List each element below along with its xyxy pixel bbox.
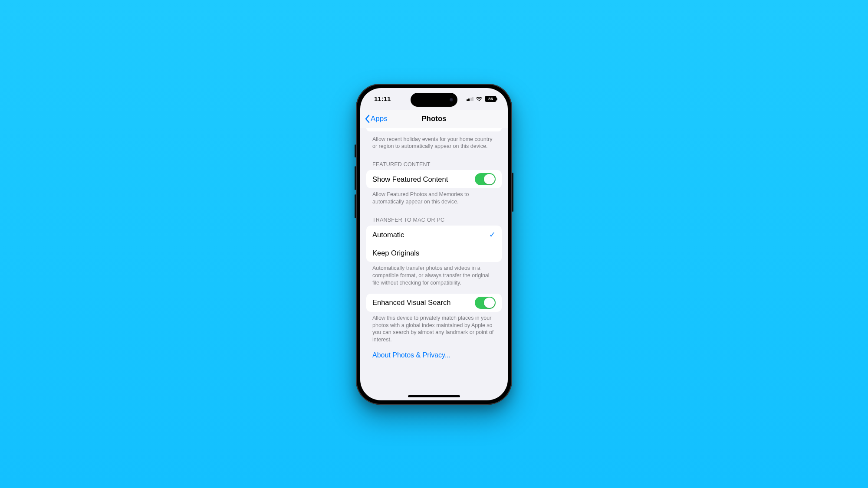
transfer-card: Automatic ✓ Keep Originals (366, 226, 502, 262)
power-button (512, 173, 513, 212)
dynamic-island (411, 93, 457, 107)
wifi-icon (476, 96, 483, 102)
featured-content-header: FEATURED CONTENT (366, 150, 502, 170)
chevron-left-icon (365, 115, 370, 123)
previous-section-card-peek (366, 128, 502, 131)
volume-down-button (355, 194, 356, 218)
page-title: Photos (421, 115, 447, 123)
enhanced-visual-search-card: Enhanced Visual Search (366, 294, 502, 312)
battery-percent: 86 (488, 96, 493, 101)
enhanced-visual-search-toggle[interactable] (475, 297, 496, 309)
show-featured-content-toggle[interactable] (475, 173, 496, 185)
phone-frame: 11:11 86 Apps (356, 84, 512, 405)
toggle-knob (484, 174, 495, 184)
home-indicator[interactable] (408, 395, 460, 397)
transfer-footer: Automatically transfer photos and videos… (366, 262, 502, 287)
silent-switch (355, 144, 356, 157)
enhanced-visual-search-footer: Allow this device to privately match pla… (366, 312, 502, 344)
clock: 11:11 (374, 95, 391, 102)
front-camera-icon (450, 98, 453, 102)
show-featured-content-label: Show Featured Content (372, 175, 475, 183)
screen: 11:11 86 Apps (360, 88, 508, 400)
back-button[interactable]: Apps (365, 110, 388, 128)
transfer-option-label: Keep Originals (372, 249, 496, 257)
nav-bar: Apps Photos (360, 110, 508, 128)
transfer-option-keep-originals[interactable]: Keep Originals (372, 244, 502, 262)
volume-up-button (355, 166, 356, 190)
transfer-header: TRANSFER TO MAC OR PC (366, 206, 502, 226)
transfer-option-label: Automatic (372, 231, 489, 239)
featured-content-footer: Allow Featured Photos and Memories to au… (366, 188, 502, 206)
back-label: Apps (371, 115, 388, 123)
about-photos-privacy-link[interactable]: About Photos & Privacy... (366, 344, 502, 359)
battery-indicator: 86 (485, 96, 496, 102)
transfer-option-automatic[interactable]: Automatic ✓ (366, 226, 502, 244)
toggle-knob (484, 298, 495, 308)
enhanced-visual-search-label: Enhanced Visual Search (372, 298, 475, 307)
show-featured-content-row[interactable]: Show Featured Content (366, 170, 502, 188)
cellular-signal-icon (467, 96, 474, 101)
featured-content-card: Show Featured Content (366, 170, 502, 188)
settings-content[interactable]: Allow recent holiday events for your hom… (360, 128, 508, 400)
checkmark-icon: ✓ (489, 230, 496, 239)
enhanced-visual-search-row[interactable]: Enhanced Visual Search (366, 294, 502, 312)
holiday-events-footer: Allow recent holiday events for your hom… (366, 133, 502, 151)
